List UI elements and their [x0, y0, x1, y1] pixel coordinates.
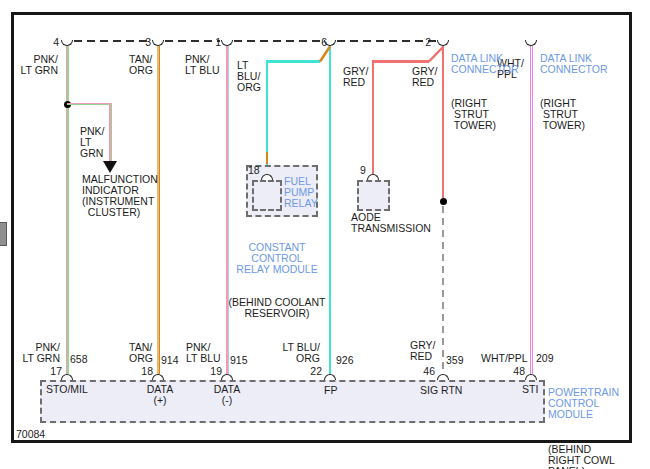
- wire-color-label: GRY/ RED: [410, 340, 435, 362]
- fuel-pump-relay-label: FUEL PUMP RELAY: [284, 176, 318, 209]
- diagram-code: 70084: [16, 429, 45, 440]
- pin-number: 22: [292, 366, 322, 377]
- wire-gry-red-dashed: [442, 206, 444, 374]
- circuit-number: 658: [70, 354, 88, 365]
- aode-transmission-label: AODE TRANSMISSION: [351, 212, 431, 234]
- circuit-number: 209: [536, 353, 554, 364]
- component-location: (BEHIND COOLANT RESERVOIR): [212, 297, 342, 319]
- wire-color-label: LT BLU/ ORG: [258, 342, 320, 364]
- wire-color-label: TAN/ ORG: [129, 54, 153, 76]
- pin-number: 18: [123, 366, 153, 377]
- wire-color-label: GRY/ RED: [343, 66, 368, 88]
- circuit-number: 926: [336, 355, 354, 366]
- scrollbar-thumb[interactable]: [0, 222, 7, 246]
- data-link-connector-2-label: DATA LINK CONNECTOR (RIGHT STRUT TOWER): [540, 31, 607, 153]
- connector-terminal: [221, 374, 233, 380]
- pcm-pin-signal: STO/MIL: [46, 384, 88, 395]
- circuit-number: 915: [230, 355, 248, 366]
- wire-color-label: PNK/ LT GRN: [6, 54, 58, 76]
- wire-color-label: PNK/ LT BLU: [185, 54, 220, 76]
- component-name: DATA LINK CONNECTOR: [451, 53, 518, 75]
- wire-color-label: TAN/ ORG: [129, 342, 153, 364]
- wire-relay-branch-horizontal: [266, 60, 320, 63]
- connector-terminal: [324, 374, 336, 380]
- wire-color-label: PNK/ LT BLU: [186, 342, 221, 364]
- wire-pnk-lt-grn: [66, 46, 69, 374]
- pcm-box: [40, 380, 545, 423]
- pin-number: 19: [192, 366, 222, 377]
- component-location: (RIGHT STRUT TOWER): [540, 98, 607, 131]
- aode-transmission-box: [357, 180, 390, 211]
- pcm-pin-signal: FP: [324, 385, 337, 396]
- wire-color-label: LT BLU/ ORG: [237, 60, 261, 93]
- connector-terminal: [437, 374, 449, 380]
- pcm-pin-signal: STI: [522, 384, 538, 395]
- connector-terminal: [261, 174, 273, 180]
- pcm-pin-signal: SIG RTN: [420, 385, 462, 396]
- pin-number: 9: [360, 165, 366, 176]
- junction-dot: [440, 198, 447, 205]
- wire-aode-branch-horizontal: [372, 60, 429, 63]
- component-name: CONSTANT CONTROL RELAY MODULE: [212, 242, 342, 275]
- wire-wht-ppl: [530, 46, 533, 374]
- pin-number: 46: [405, 366, 435, 377]
- connector-terminal: [367, 174, 379, 180]
- pcm-label: POWERTRAIN CONTROL MODULE (BEHIND RIGHT …: [548, 365, 619, 469]
- pcm-pin-signal: DATA (+): [140, 384, 180, 406]
- pin-number: 3: [121, 37, 151, 48]
- down-arrow: [103, 161, 117, 173]
- circuit-number: 914: [161, 355, 179, 366]
- pin-number: 2: [401, 37, 431, 48]
- circuit-number: 359: [446, 355, 464, 366]
- wire-mil-branch-horizontal: [67, 103, 111, 106]
- component-name: POWERTRAIN CONTROL MODULE: [548, 387, 619, 420]
- fuel-pump-relay-box: [252, 180, 282, 211]
- connector-terminal: [525, 374, 537, 380]
- wiring-diagram-canvas: 4 3 1 6 2 PNK/ LT GRN TAN/ ORG PNK/ LT B…: [0, 0, 650, 469]
- connector-terminal: [61, 374, 73, 380]
- wire-color-label: GRY/ RED: [412, 66, 437, 88]
- wire-gry-red: [442, 46, 445, 198]
- wire-org-stripe: [266, 152, 269, 164]
- pin-number: 4: [29, 37, 59, 48]
- wire-aode-branch-vertical: [372, 60, 375, 174]
- pcm-pin-signal: DATA (-): [207, 384, 247, 406]
- component-name: DATA LINK CONNECTOR: [540, 53, 607, 75]
- pin-number: 18: [248, 165, 260, 176]
- data-link-connector-1-label: DATA LINK CONNECTOR (RIGHT STRUT TOWER): [451, 31, 518, 153]
- ccrm-label: CONSTANT CONTROL RELAY MODULE (BEHIND CO…: [212, 220, 342, 341]
- wire-color-label: PNK/ LT GRN: [80, 126, 105, 159]
- component-location: (BEHIND RIGHT COWL PANEL): [548, 444, 619, 469]
- pin-number: 6: [297, 37, 327, 48]
- component-location: (RIGHT STRUT TOWER): [451, 98, 518, 131]
- pin-number: 17: [32, 366, 62, 377]
- wire-color-label: PNK/ LT GRN: [8, 342, 60, 364]
- connector-terminal: [152, 374, 164, 380]
- pin-number: 1: [191, 37, 221, 48]
- wire-mil-branch-vertical: [109, 103, 112, 162]
- malfunction-indicator-label: MALFUNCTION INDICATOR (INSTRUMENT CLUSTE…: [82, 174, 158, 218]
- wire-color-label: WHT/PPL: [481, 353, 528, 364]
- pin-number: 48: [495, 366, 525, 377]
